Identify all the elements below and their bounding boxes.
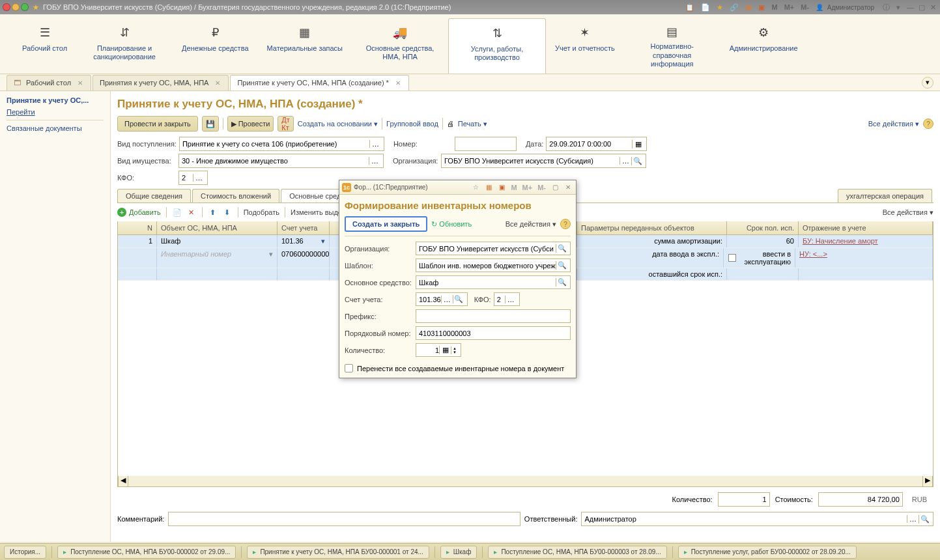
inventory-number-placeholder[interactable]: Инвентарный номер bbox=[161, 250, 231, 258]
pick-button[interactable]: Подобрать bbox=[244, 208, 279, 216]
col-params[interactable]: Параметры переданных объектов bbox=[577, 221, 727, 234]
close-window[interactable] bbox=[3, 3, 10, 11]
dtct-button[interactable]: ДтКт bbox=[278, 116, 294, 132]
modal-mminus[interactable]: M- bbox=[536, 184, 547, 191]
col-n[interactable]: N bbox=[118, 221, 157, 234]
create-based-button[interactable]: Создать на основании ▾ bbox=[298, 120, 378, 128]
modal-close-icon[interactable]: ✕ bbox=[563, 184, 573, 191]
calendar-icon[interactable]: ▣ bbox=[756, 3, 767, 12]
section-admin[interactable]: ⚙Администрирование bbox=[720, 18, 807, 74]
tab-close-icon[interactable]: ✕ bbox=[394, 79, 402, 87]
section-services[interactable]: ⇅Услуги, работы, производство bbox=[448, 18, 546, 74]
col-reflection[interactable]: Отражение в учете bbox=[799, 221, 933, 234]
col-period[interactable]: Срок пол. исп. bbox=[727, 221, 799, 234]
star-icon[interactable]: ★ bbox=[715, 3, 725, 12]
move-down-icon[interactable]: ⬇ bbox=[222, 207, 233, 217]
dropdown-icon[interactable]: ▾ bbox=[894, 3, 902, 12]
taskbar-item[interactable]: ▸Поступление ОС, НМА, НПА БУ00-000002 от… bbox=[57, 546, 236, 559]
col-object[interactable]: Объект ОС, НМА, НПА bbox=[157, 221, 278, 234]
save-button[interactable]: 💾 bbox=[202, 116, 219, 132]
section-reports[interactable]: ✶Учет и отчетность bbox=[546, 18, 624, 74]
property-type-field[interactable]: 30 - Иное движимое имущество… bbox=[178, 154, 384, 168]
cell-in-use[interactable]: ввести в эксплуатацию bbox=[724, 248, 795, 268]
modal-m[interactable]: M bbox=[509, 184, 518, 191]
sidebar-nav-label[interactable]: Перейти bbox=[7, 108, 104, 116]
modal-cal-icon[interactable]: ▣ bbox=[496, 184, 507, 191]
responsible-field[interactable]: Администратор…🔍 bbox=[581, 512, 933, 526]
modal-asset-field[interactable]: Шкаф🔍 bbox=[416, 275, 571, 289]
minimize-icon[interactable]: — bbox=[905, 3, 914, 11]
tool-icon[interactable]: 📋 bbox=[683, 3, 696, 12]
edit-selected-button[interactable]: Изменить выде bbox=[291, 208, 342, 216]
itab-accounting-op[interactable]: ухгалтерская операция bbox=[838, 189, 932, 203]
section-fixed-assets[interactable]: 🚚Основные средства, НМА, НПА bbox=[352, 18, 448, 74]
modal-template-field[interactable]: Шаблон инв. номеров бюджетного учреж🔍 bbox=[416, 259, 571, 272]
print-button[interactable]: Печать ▾ bbox=[458, 120, 487, 128]
receipt-type-field[interactable]: Принятие к учету со счета 106 (приобрете… bbox=[179, 137, 384, 151]
tool-icon[interactable]: 📄 bbox=[699, 3, 712, 12]
group-input-button[interactable]: Групповой ввод bbox=[386, 120, 438, 128]
modal-help-icon[interactable]: ? bbox=[560, 219, 571, 229]
history-button[interactable]: История... bbox=[4, 546, 46, 559]
create-and-close-button[interactable]: Создать и закрыть bbox=[345, 216, 427, 232]
modal-seq-field[interactable] bbox=[416, 326, 571, 340]
maximize-icon[interactable]: ▢ bbox=[917, 3, 926, 12]
link-icon[interactable]: 🔗 bbox=[728, 3, 741, 12]
post-button[interactable]: ▶ Провести bbox=[227, 116, 274, 132]
kfo-field[interactable]: 2… bbox=[178, 171, 208, 185]
all-actions-button[interactable]: Все действия ▾ bbox=[868, 120, 919, 128]
tab-close-icon[interactable]: ✕ bbox=[214, 79, 221, 87]
modal-star-icon[interactable]: ☆ bbox=[470, 184, 481, 191]
tab-close-icon[interactable]: ✕ bbox=[76, 79, 84, 87]
modal-all-actions[interactable]: Все действия ▾ bbox=[506, 220, 556, 229]
info-icon[interactable]: ⓘ bbox=[881, 3, 892, 12]
spin-down-icon[interactable]: ▼ bbox=[453, 350, 457, 354]
modal-qty-field[interactable]: 1 ▦ ▲ ▼ bbox=[416, 343, 461, 357]
help-icon[interactable]: ? bbox=[923, 119, 933, 129]
move-up-icon[interactable]: ⬆ bbox=[208, 207, 218, 217]
add-row-button[interactable]: +Добавить bbox=[117, 208, 161, 217]
tab-receipts[interactable]: Принятия к учету ОС, НМА, НПА ✕ bbox=[93, 75, 229, 91]
modal-kfo-field[interactable]: 2… bbox=[494, 292, 520, 306]
in-use-checkbox[interactable] bbox=[728, 254, 736, 262]
refresh-button[interactable]: ↻Обновить bbox=[431, 220, 472, 229]
col-account[interactable]: Счет учета bbox=[278, 221, 330, 234]
minimize-window[interactable] bbox=[12, 3, 20, 11]
modal-account-field[interactable]: 101.36…🔍 bbox=[416, 292, 468, 306]
section-money[interactable]: ₽Денежные средства bbox=[173, 18, 257, 74]
delete-icon[interactable]: ✕ bbox=[186, 207, 197, 217]
section-planning[interactable]: ⇵Планирование и санкционирование bbox=[76, 18, 173, 74]
tab-desktop[interactable]: 🗔 Рабочий стол ✕ bbox=[7, 75, 91, 91]
table-all-actions[interactable]: Все действия ▾ bbox=[883, 208, 933, 216]
m-btn[interactable]: M bbox=[769, 3, 779, 11]
comment-field[interactable] bbox=[168, 512, 520, 526]
taskbar-item[interactable]: ▸Поступление ОС, НМА, НПА БУ00-000003 от… bbox=[488, 546, 666, 559]
post-and-close-button[interactable]: Провести и закрыть bbox=[117, 116, 198, 132]
tabs-menu-button[interactable]: ▾ bbox=[922, 77, 933, 89]
close-icon[interactable]: ✕ bbox=[928, 3, 937, 12]
transfer-checkbox-row[interactable]: Перенести все создаваемые инвентарные но… bbox=[345, 360, 571, 372]
sidebar-related-docs[interactable]: Связанные документы bbox=[7, 124, 104, 132]
transfer-checkbox[interactable] bbox=[345, 364, 353, 372]
org-field[interactable]: ГОБУ ВПО Университет искусств (Субсидия)… bbox=[441, 154, 646, 168]
zoom-window[interactable] bbox=[21, 3, 29, 11]
section-materials[interactable]: ▦Материальные запасы bbox=[258, 18, 352, 74]
copy-icon[interactable]: 📄 bbox=[172, 207, 182, 217]
favorite-icon[interactable]: ★ bbox=[33, 3, 39, 12]
date-field[interactable]: 29.09.2017 0:00:00▦ bbox=[546, 137, 647, 151]
taskbar-item[interactable]: ▸Принятие к учету ОС, НМА, НПА БУ00-0000… bbox=[247, 546, 429, 559]
tab-current[interactable]: Принятие к учету ОС, НМА, НПА (создание)… bbox=[230, 75, 409, 91]
h-scrollbar[interactable]: ◀▶ bbox=[118, 476, 933, 486]
taskbar-item[interactable]: ▸Поступление услуг, работ БУ00-000002 от… bbox=[678, 546, 857, 559]
mplus-btn[interactable]: M+ bbox=[782, 3, 797, 11]
calculator-icon[interactable]: ▦ bbox=[743, 3, 754, 12]
modal-calc-icon[interactable]: ▦ bbox=[483, 184, 494, 191]
taskbar-item[interactable]: ▸Шкаф bbox=[440, 546, 477, 559]
section-desktop[interactable]: ☰Рабочий стол bbox=[13, 18, 76, 74]
modal-org-field[interactable]: ГОБУ ВПО Университет искусств (Субси🔍 bbox=[416, 242, 571, 255]
mminus-btn[interactable]: M- bbox=[799, 3, 811, 11]
itab-general[interactable]: Общие сведения bbox=[117, 189, 191, 203]
calc-icon[interactable]: ▦ bbox=[439, 346, 451, 354]
modal-mplus[interactable]: M+ bbox=[521, 184, 534, 191]
itab-investment-cost[interactable]: Стоимость вложений bbox=[192, 189, 279, 203]
